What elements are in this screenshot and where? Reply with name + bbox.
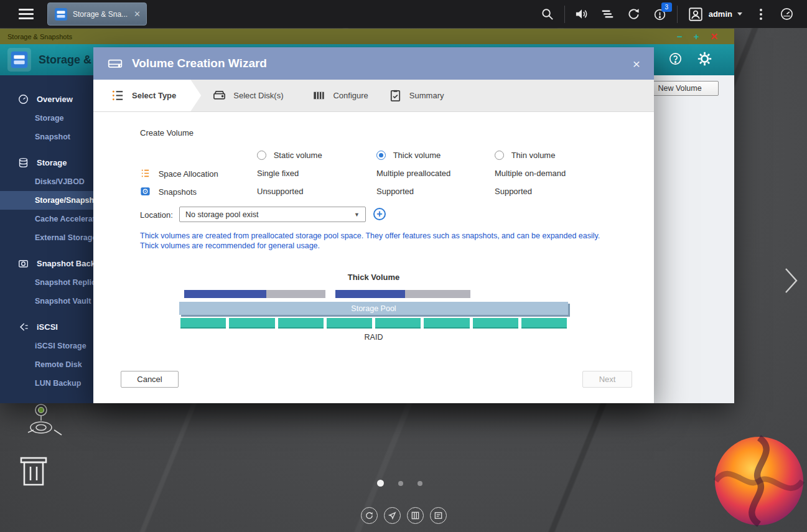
thick-space-value: Multiple preallocated [376,169,450,178]
page-dot-3[interactable] [417,481,422,486]
step-configure[interactable]: Configure [302,80,378,111]
desktop-page-dots [377,480,422,487]
space-allocation-row-label: Space Allocation [140,168,218,179]
recycle-bin-icon[interactable] [17,452,50,493]
more-options-icon[interactable] [749,9,773,20]
notifications-icon[interactable]: 3 [647,0,673,28]
thick-volume-label: Thick volume [393,151,441,160]
main-menu-icon[interactable] [19,9,34,19]
volume-icon [107,55,123,72]
thin-space-value: Multiple on-demand [495,169,566,178]
radio-icon [257,151,266,160]
storage-pool-label: Storage Pool [351,304,396,313]
radio-thick-volume[interactable]: Thick volume [376,151,441,160]
robot-mascot-icon [20,401,70,442]
external-device-icon[interactable] [621,0,647,28]
step-label: Select Type [132,91,176,100]
storage-app-icon [7,48,31,72]
radio-icon [495,151,504,160]
topbar-divider [564,6,565,23]
dashboard-icon[interactable] [773,0,800,28]
window-title: Storage & Snapshots [7,33,72,40]
search-icon[interactable] [534,0,561,28]
configure-icon [312,88,326,103]
volume-creation-wizard-dialog: Volume Creation Wizard × Select Type Sel… [93,47,654,403]
static-volume-label: Static volume [274,151,322,160]
notes-shortcut-icon[interactable] [430,507,447,524]
wizard-title: Volume Creation Wizard [132,57,267,70]
close-dialog-icon[interactable]: × [633,57,640,70]
volume-diagram: Thick Volume Storage Pool RAID [179,273,568,342]
storage-pool-bar: Storage Pool [179,302,568,315]
close-window-icon[interactable]: ✕ [710,32,718,41]
volume-icon[interactable] [569,0,595,28]
volume-bar [184,290,325,298]
radio-selected-icon [376,151,386,160]
location-label: Location: [140,210,173,220]
background-tasks-icon[interactable] [595,0,621,28]
thin-volume-label: Thin volume [511,151,556,160]
window-titlebar[interactable]: Storage & Snapshots − + ✕ [0,29,734,44]
next-button[interactable]: Next [582,371,632,388]
help-icon[interactable] [668,52,683,68]
app-title: Storage & S [39,54,102,67]
location-dropdown[interactable]: No storage pool exist ▼ [179,207,366,222]
radio-thin-volume[interactable]: Thin volume [495,151,555,160]
storage-app-icon [54,7,68,22]
step-label: Select Disk(s) [233,91,283,100]
wizard-steps: Select Type Select Disk(s) Configure Sum… [93,80,654,112]
raid-segments [179,318,568,327]
create-volume-label: Create Volume [140,128,194,138]
storage-icon [17,157,29,169]
location-value: No storage pool exist [185,210,258,219]
thin-snapshots-value: Supported [495,187,532,196]
thick-volume-diagram-label: Thick Volume [179,273,568,282]
feedback-shortcut-icon[interactable] [384,507,401,524]
restart-shortcut-icon[interactable] [361,507,378,524]
desktop-dock [361,507,447,524]
volume-bar [335,290,470,298]
topbar-divider [677,6,678,23]
dropdown-caret-icon: ▼ [354,212,360,218]
static-space-value: Single fixed [257,169,299,178]
app-tab-storage-snapshots[interactable]: Storage & Sna... ✕ [47,2,147,26]
user-icon [688,6,704,22]
sidebar-section-label: iSCSI [37,322,58,332]
static-snapshots-value: Unsupported [257,187,303,196]
sidebar-section-label: Storage [37,158,67,167]
wizard-body: Create Volume Static volume Thick volume… [93,112,654,403]
next-desktop-icon[interactable] [783,266,799,297]
step-select-disks[interactable]: Select Disk(s) [201,80,302,111]
username-label: admin [709,9,732,19]
topbar: Storage & Sna... ✕ 3 ad [0,0,807,28]
snapshots-icon [140,186,151,197]
select-type-icon [111,88,125,103]
columns-shortcut-icon[interactable] [407,507,424,524]
notification-badge: 3 [661,2,672,12]
page-dot-2[interactable] [398,481,403,486]
volume-type-description: Thick volumes are created from prealloca… [140,231,608,251]
select-disks-icon [212,88,226,103]
summary-icon [388,88,403,103]
minimize-icon[interactable]: − [677,32,683,41]
thick-snapshots-value: Supported [376,187,414,196]
cancel-button[interactable]: Cancel [121,371,179,388]
settings-gear-icon[interactable] [696,50,713,70]
wizard-header: Volume Creation Wizard × [93,47,654,80]
qnap-swirl-logo [713,432,805,530]
raid-label: RAID [179,333,568,342]
radio-static-volume[interactable]: Static volume [257,151,322,160]
step-label: Configure [333,91,368,100]
step-select-type[interactable]: Select Type [93,80,201,111]
iscsi-icon [17,321,29,333]
tab-close-icon[interactable]: ✕ [134,9,141,19]
step-label: Summary [409,91,444,100]
snapshot-backup-icon [17,258,29,269]
user-menu[interactable]: admin [681,6,749,22]
page-dot-1[interactable] [377,480,384,487]
step-summary[interactable]: Summary [378,80,454,111]
space-allocation-icon [140,168,151,179]
desktop: Storage & Sna... ✕ 3 ad [0,0,807,532]
create-pool-button[interactable]: + [373,208,386,220]
maximize-icon[interactable]: + [694,32,699,41]
